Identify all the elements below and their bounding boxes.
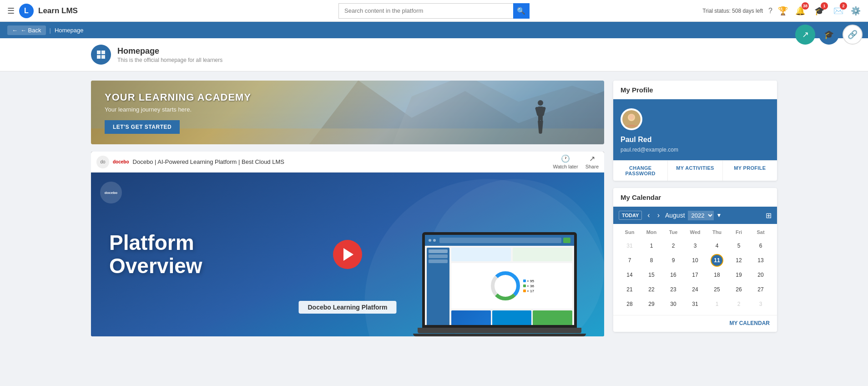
calendar-grid: Sun Mon Tue Wed Thu Fri Sat 31 1 2 3 4	[613, 224, 777, 315]
cal-day[interactable]: 25	[711, 283, 723, 296]
share-action[interactable]: ↗ Share	[585, 154, 599, 169]
calendar-navigation: TODAY ‹ › August 2022 ▼ ⊞	[613, 207, 777, 224]
cal-day[interactable]: 5	[732, 239, 745, 252]
cal-day[interactable]: 2	[732, 298, 745, 310]
fab-share-button[interactable]: ↗	[795, 25, 815, 45]
cal-day-headers: Sun Mon Tue Wed Thu Fri Sat	[619, 228, 772, 237]
cal-day[interactable]: 19	[732, 269, 745, 281]
cal-week-4: 21 22 23 24 25 26 27	[619, 282, 772, 297]
play-triangle-icon	[343, 248, 353, 261]
cal-day[interactable]: 7	[623, 254, 636, 267]
docebo-brand: docebo	[113, 159, 129, 164]
help-icon[interactable]: ?	[768, 7, 772, 15]
cal-day[interactable]: 13	[754, 254, 767, 267]
watch-later-action[interactable]: 🕐 Watch later	[553, 154, 578, 169]
cal-day[interactable]: 15	[645, 269, 658, 281]
top-navigation: ☰ L Learn LMS 🔍 Trial status: 508 days l…	[0, 0, 868, 22]
cal-day[interactable]: 2	[667, 239, 680, 252]
cal-day[interactable]: 22	[645, 283, 658, 296]
video-thumbnail[interactable]: docebo Platform Overview	[91, 173, 604, 336]
trial-status: Trial status: 508 days left	[702, 8, 763, 14]
back-button[interactable]: ← ← Back	[7, 25, 46, 35]
avatar	[621, 108, 642, 130]
cal-day[interactable]: 31	[689, 298, 701, 310]
cal-day[interactable]: 3	[689, 239, 701, 252]
cal-day[interactable]: 18	[711, 269, 723, 281]
cal-header-fri: Fri	[728, 228, 750, 237]
cal-day[interactable]: 6	[754, 239, 767, 252]
cal-month-year: August 2022 ▼	[665, 211, 762, 220]
cal-day[interactable]: 16	[667, 269, 680, 281]
cal-day[interactable]: 27	[754, 283, 767, 296]
svg-point-22	[629, 114, 634, 120]
search-input[interactable]	[338, 3, 513, 19]
search-container: 🔍	[338, 3, 530, 19]
profile-name: Paul Red	[621, 136, 770, 144]
my-activities-button[interactable]: MY ACTIVITIES	[668, 161, 722, 181]
main-content: YOUR LEARNING ACADEMY Your learning jour…	[0, 71, 868, 345]
messages-button[interactable]: ✉️ 2	[832, 4, 845, 18]
page-icon	[91, 45, 111, 65]
share-icon: ↗	[589, 154, 595, 163]
cal-day-today[interactable]: 11	[711, 254, 723, 267]
cal-header-thu: Thu	[706, 228, 728, 237]
app-name: Learn LMS	[38, 6, 78, 15]
get-started-button[interactable]: LET'S GET STARTED	[105, 120, 180, 134]
cal-week-2: 7 8 9 10 11 12 13	[619, 253, 772, 268]
change-password-button[interactable]: CHANGE PASSWORD	[613, 161, 668, 181]
calendar-section-title: My Calendar	[613, 188, 777, 207]
notifications-button[interactable]: 🔔 38	[793, 4, 807, 18]
fab-link-button[interactable]: 🔗	[843, 25, 863, 45]
cal-day[interactable]: 10	[689, 254, 701, 267]
cal-day[interactable]: 4	[711, 239, 723, 252]
play-button[interactable]	[333, 240, 362, 269]
cal-header-wed: Wed	[684, 228, 706, 237]
video-big-text-line1: Platform	[109, 231, 194, 254]
breadcrumb-bar: ← ← Back | Homepage	[0, 22, 868, 38]
cal-day[interactable]: 29	[645, 298, 658, 310]
prev-month-button[interactable]: ‹	[646, 210, 651, 220]
hero-figure	[531, 97, 550, 144]
cal-day[interactable]: 23	[667, 283, 680, 296]
settings-icon[interactable]: ⚙️	[851, 6, 861, 16]
channel-icon: do	[96, 156, 109, 168]
cal-day[interactable]: 14	[623, 269, 636, 281]
profile-card: My Profile Paul Red paul.red@example.com…	[613, 81, 777, 181]
cal-day[interactable]: 1	[645, 239, 658, 252]
cal-day[interactable]: 1	[711, 298, 723, 310]
hero-banner: YOUR LEARNING ACADEMY Your learning jour…	[91, 81, 604, 144]
my-profile-button[interactable]: MY PROFILE	[723, 161, 777, 181]
hero-text: YOUR LEARNING ACADEMY Your learning jour…	[105, 91, 251, 134]
today-button[interactable]: TODAY	[619, 211, 642, 220]
cal-day[interactable]: 12	[732, 254, 745, 267]
cal-day[interactable]: 3	[754, 298, 767, 310]
cal-day[interactable]: 24	[689, 283, 701, 296]
cal-week-1: 31 1 2 3 4 5 6	[619, 239, 772, 253]
share-label: Share	[585, 164, 599, 169]
link-icon: 🔗	[848, 30, 858, 40]
trophy-icon[interactable]: 🏆	[778, 6, 788, 16]
cal-day[interactable]: 31	[623, 239, 636, 252]
svg-rect-3	[101, 55, 105, 59]
hamburger-icon[interactable]: ☰	[7, 6, 15, 16]
video-title: Docebo | AI-Powered Learning Platform | …	[133, 158, 550, 165]
cal-day[interactable]: 20	[754, 269, 767, 281]
back-label: ← Back	[20, 27, 41, 34]
floating-actions: ↗ 🎓 🔗	[795, 25, 863, 45]
cal-day[interactable]: 9	[667, 254, 680, 267]
cal-day[interactable]: 8	[645, 254, 658, 267]
cal-day[interactable]: 17	[689, 269, 701, 281]
cal-day[interactable]: 28	[623, 298, 636, 310]
clock-icon: 🕐	[561, 154, 570, 163]
fab-learn-button[interactable]: 🎓	[819, 25, 839, 45]
youtube-logo: do docebo	[96, 156, 129, 168]
cal-grid-icon[interactable]: ⊞	[766, 211, 772, 220]
my-calendar-link[interactable]: MY CALENDAR	[730, 320, 770, 326]
achievements-button[interactable]: 🎓 1	[812, 4, 826, 18]
search-button[interactable]: 🔍	[513, 3, 530, 19]
cal-year-select[interactable]: 2022	[688, 211, 714, 220]
next-month-button[interactable]: ›	[656, 210, 661, 220]
cal-day[interactable]: 26	[732, 283, 745, 296]
cal-day[interactable]: 30	[667, 298, 680, 310]
cal-day[interactable]: 21	[623, 283, 636, 296]
